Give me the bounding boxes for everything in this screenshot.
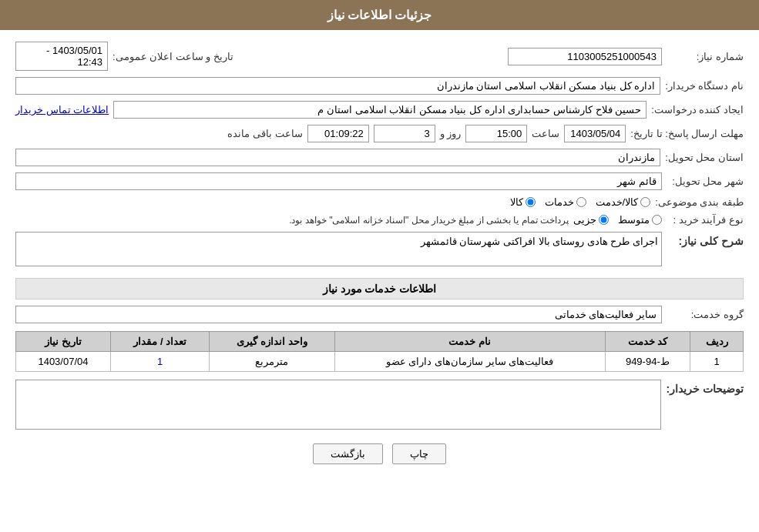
cell-nam: فعالیت‌های سایر سازمان‌های دارای عضو — [334, 352, 605, 372]
mohlat-rooz-label: روز و — [440, 128, 462, 139]
shomare-niaz-value: 1103005251000543 — [508, 48, 662, 65]
row-mohlat: مهلت ارسال پاسخ: تا تاریخ: 1403/05/04 سا… — [15, 125, 744, 142]
row-tozihat: توضیحات خریدار: — [15, 380, 744, 432]
radio-khadamat[interactable]: خدمات — [545, 196, 586, 208]
tozihat-textarea[interactable] — [15, 380, 661, 430]
shomare-niaz-label: شماره نیاز: — [667, 51, 744, 62]
col-kod: کد خدمت — [605, 332, 690, 352]
tabaqe-label: طبقه بندی موضوعی: — [655, 196, 744, 208]
ijad-konande-link[interactable]: اطلاعات تماس خریدار — [15, 104, 109, 115]
ijad-konande-label: ایجاد کننده درخواست: — [651, 104, 744, 115]
tarikh-label: تاریخ و ساعت اعلان عمومی: — [113, 51, 233, 62]
grouh-khadamat-label: گروه خدمت: — [667, 309, 744, 320]
mohlat-label: مهلت ارسال پاسخ: تا تاریخ: — [630, 128, 744, 139]
farayand-radio-group: متوسط جزیی — [573, 214, 662, 226]
radio-jozii[interactable]: جزیی — [573, 214, 609, 226]
radio-kala-input[interactable] — [526, 197, 536, 207]
nam-dastgah-value: اداره کل بنیاد مسکن انقلاب اسلامی استان … — [15, 77, 660, 95]
tabaqe-radio-group: کالا/خدمت خدمات کالا — [510, 196, 651, 208]
radio-kala-khadamat[interactable]: کالا/خدمت — [596, 196, 651, 208]
khadamat-section-title: اطلاعات خدمات مورد نیاز — [15, 278, 744, 299]
row-shomare-tarikh: شماره نیاز: 1103005251000543 تاریخ و ساع… — [15, 42, 744, 71]
ostan-label: استان محل تحویل: — [665, 152, 744, 163]
table-row: 1 ط-94-949 فعالیت‌های سایر سازمان‌های دا… — [16, 352, 744, 372]
ijad-konande-value: حسین فلاح کارشناس حسابداری اداره کل بنیا… — [113, 101, 646, 119]
row-shahr: شهر محل تحویل: قائم شهر — [15, 172, 744, 190]
radio-khadamat-label: خدمات — [545, 196, 574, 208]
shahr-value: قائم شهر — [15, 172, 662, 190]
nooe-farayand-label: نوع فرآیند خرید : — [667, 214, 744, 226]
services-table-section: ردیف کد خدمت نام خدمت واحد اندازه گیری ت… — [15, 331, 744, 372]
radio-motevaset[interactable]: متوسط — [618, 214, 662, 226]
cell-tarikh: 1403/07/04 — [16, 352, 111, 372]
row-tabaqe: طبقه بندی موضوعی: کالا/خدمت خدمات کالا — [15, 196, 744, 208]
page-title: جزئیات اطلاعات نیاز — [327, 8, 432, 22]
nooe-farayand-note: پرداخت تمام یا بخشی از مبلغ خریدار محل "… — [289, 215, 569, 226]
cell-vahed: مترمربع — [210, 352, 334, 372]
row-grouh-khadamat: گروه خدمت: سایر فعالیت‌های خدماتی — [15, 306, 744, 323]
mohlat-saat-label: ساعت — [532, 128, 559, 139]
radio-kala-label: کالا — [510, 196, 523, 208]
sharh-label: شرح کلی نیاز: — [667, 232, 744, 247]
radio-kala-khadamat-input[interactable] — [640, 197, 650, 207]
mohlat-saat-value: 15:00 — [465, 125, 527, 142]
shahr-label: شهر محل تحویل: — [667, 176, 744, 187]
row-sharh: شرح کلی نیاز: document.querySelector('[d… — [15, 232, 744, 269]
row-nam-dastgah: نام دستگاه خریدار: اداره کل بنیاد مسکن ا… — [15, 77, 744, 95]
row-ijad-konande: ایجاد کننده درخواست: حسین فلاح کارشناس ح… — [15, 101, 744, 119]
bazgasht-button[interactable]: بازگشت — [313, 443, 383, 464]
col-tedad: تعداد / مقدار — [110, 332, 210, 352]
mohlat-baqi-label: ساعت باقی مانده — [227, 128, 302, 139]
sharh-textarea[interactable] — [15, 232, 662, 266]
button-row: چاپ بازگشت — [15, 443, 744, 476]
chap-button[interactable]: چاپ — [392, 443, 446, 464]
col-vahed: واحد اندازه گیری — [210, 332, 334, 352]
grouh-khadamat-value: سایر فعالیت‌های خدماتی — [15, 306, 662, 323]
page-wrapper: جزئیات اطلاعات نیاز شماره نیاز: 11030052… — [0, 0, 759, 532]
col-nam: نام خدمت — [334, 332, 605, 352]
radio-motevaset-label: متوسط — [618, 214, 650, 226]
row-ostan: استان محل تحویل: مازندران — [15, 149, 744, 166]
ostan-value: مازندران — [15, 149, 660, 166]
tarikh-value: 1403/05/01 - 12:43 — [15, 42, 108, 71]
page-header: جزئیات اطلاعات نیاز — [0, 0, 759, 30]
nam-dastgah-label: نام دستگاه خریدار: — [665, 80, 744, 92]
col-radif: ردیف — [690, 332, 744, 352]
radio-kala-khadamat-label: کالا/خدمت — [596, 196, 639, 208]
cell-tedad: 1 — [110, 352, 210, 372]
mohlat-baqi-value: 01:09:22 — [307, 125, 369, 142]
col-tarikh: تاریخ نیاز — [16, 332, 111, 352]
radio-khadamat-input[interactable] — [576, 197, 586, 207]
row-nooe-farayand: نوع فرآیند خرید : متوسط جزیی پرداخت تمام… — [15, 214, 744, 226]
mohlat-rooz-value: 3 — [374, 125, 435, 142]
services-table: ردیف کد خدمت نام خدمت واحد اندازه گیری ت… — [15, 331, 744, 372]
radio-jozii-label: جزیی — [573, 214, 596, 226]
radio-jozii-input[interactable] — [599, 215, 609, 225]
mohlat-date-value: 1403/05/04 — [564, 125, 626, 142]
cell-kod: ط-94-949 — [605, 352, 690, 372]
radio-kala[interactable]: کالا — [510, 196, 536, 208]
cell-radif: 1 — [690, 352, 744, 372]
radio-motevaset-input[interactable] — [652, 215, 662, 225]
content-area: شماره نیاز: 1103005251000543 تاریخ و ساع… — [0, 30, 759, 487]
tozihat-label: توضیحات خریدار: — [666, 380, 744, 395]
